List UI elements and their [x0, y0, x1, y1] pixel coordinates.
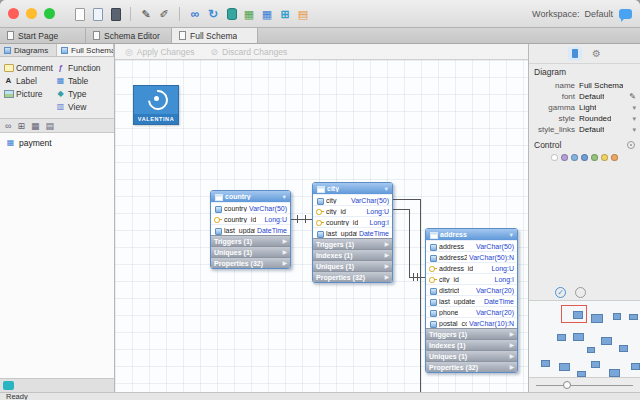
- er-section-row[interactable]: Triggers (1)▶: [426, 328, 517, 339]
- tool-comment[interactable]: Comment: [2, 61, 54, 74]
- save-icon[interactable]: [107, 6, 123, 22]
- relations-icon[interactable]: ∞: [5, 119, 11, 133]
- tool-picture[interactable]: Picture: [2, 87, 54, 100]
- er-table-header[interactable]: address▼: [426, 229, 517, 240]
- er-table-header[interactable]: city▼: [313, 183, 392, 194]
- er-table-country[interactable]: country▼countryVarChar(50)country_idLong…: [210, 190, 291, 269]
- dropdown-arrow-icon[interactable]: ▾: [632, 115, 636, 123]
- color-dot[interactable]: [591, 154, 598, 161]
- relation-country-city[interactable]: [291, 219, 312, 220]
- dropdown-arrow-icon[interactable]: ▾: [632, 104, 636, 112]
- tool-function[interactable]: Function: [54, 61, 112, 74]
- tool-view[interactable]: View: [54, 100, 112, 113]
- relation-city-offscreen[interactable]: [420, 199, 421, 392]
- create-table-icon[interactable]: [241, 6, 257, 22]
- er-field-row[interactable]: phoneVarChar(20): [426, 306, 517, 317]
- collapse-icon[interactable]: ▼: [282, 194, 287, 200]
- tool-type[interactable]: Type: [54, 87, 112, 100]
- property-value[interactable]: Rounded: [579, 114, 611, 123]
- new-diagram-icon[interactable]: [71, 6, 87, 22]
- er-section-row[interactable]: Properties (32)▶: [426, 361, 517, 372]
- er-section-row[interactable]: Properties (32)▶: [313, 271, 392, 282]
- circle-icon[interactable]: [575, 287, 586, 298]
- er-field-row[interactable]: cityVarChar(50): [313, 194, 392, 205]
- zoom-slider[interactable]: [536, 385, 633, 386]
- er-field-row[interactable]: postal_codeVarChar(10):N: [426, 317, 517, 328]
- er-section-row[interactable]: Indexes (1)▶: [313, 249, 392, 260]
- er-section-row[interactable]: Triggers (1)▶: [313, 238, 392, 249]
- discard-changes-button[interactable]: ⊘Discard Changes: [211, 47, 288, 57]
- target-icon[interactable]: [627, 141, 635, 149]
- er-field-row[interactable]: countryVarChar(50): [211, 202, 290, 213]
- er-field-row[interactable]: addressVarChar(50): [426, 240, 517, 251]
- open-icon[interactable]: [89, 6, 105, 22]
- er-field-row[interactable]: address2VarChar(50):N: [426, 251, 517, 262]
- er-table-address[interactable]: address▼addressVarChar(50)address2VarCha…: [425, 228, 518, 373]
- er-section-row[interactable]: Triggers (1)▶: [211, 235, 290, 246]
- property-value[interactable]: Light: [579, 103, 596, 112]
- color-dot[interactable]: [611, 154, 618, 161]
- er-field-row[interactable]: country_idLong:I: [313, 216, 392, 227]
- list-item-payment[interactable]: payment: [0, 136, 114, 149]
- er-field-row[interactable]: address_idLong:U: [426, 262, 517, 273]
- er-section-row[interactable]: Uniques (1)▶: [313, 260, 392, 271]
- property-value[interactable]: Default: [579, 125, 604, 134]
- er-section-row[interactable]: Uniques (1)▶: [211, 246, 290, 257]
- relation-city-address[interactable]: [409, 209, 410, 278]
- minimize-window-button[interactable]: [26, 8, 37, 19]
- er-section-row[interactable]: Properties (32)▶: [211, 257, 290, 268]
- diagram-canvas[interactable]: VALENTINA country▼countryVarChar(50)coun…: [115, 60, 528, 392]
- report-icon[interactable]: [295, 6, 311, 22]
- dropdown-arrow-icon[interactable]: ▾: [632, 126, 636, 134]
- edit-pencil-icon[interactable]: ✎: [629, 92, 636, 101]
- collapse-icon[interactable]: ▼: [509, 232, 514, 238]
- eyedropper-icon[interactable]: [156, 6, 172, 22]
- er-field-row[interactable]: city_idLong:I: [426, 273, 517, 284]
- schema-grid-icon[interactable]: [259, 6, 275, 22]
- er-field-row[interactable]: districtVarChar(20): [426, 284, 517, 295]
- er-section-row[interactable]: Uniques (1)▶: [426, 350, 517, 361]
- tool-table[interactable]: Table: [54, 74, 112, 87]
- sidebar-tab-full-schema[interactable]: Full Schema: [57, 44, 114, 56]
- er-field-row[interactable]: city_idLong:U: [313, 205, 392, 216]
- color-dot[interactable]: [601, 154, 608, 161]
- er-field-row[interactable]: last_updateDateTime: [426, 295, 517, 306]
- feedback-chat-icon[interactable]: [619, 9, 632, 19]
- objects-grid-icon[interactable]: ⊞: [17, 119, 25, 133]
- zoom-slider-thumb[interactable]: [563, 381, 571, 389]
- tab-full-schema[interactable]: Full Schema: [172, 28, 258, 43]
- relation-city-address[interactable]: [393, 209, 410, 210]
- property-value[interactable]: Full Schema: [579, 81, 623, 90]
- apply-changes-button[interactable]: ◎Apply Changes: [125, 47, 195, 57]
- collapse-icon[interactable]: ▼: [384, 186, 389, 192]
- database-icon[interactable]: [223, 6, 239, 22]
- er-table-header[interactable]: country▼: [211, 191, 290, 202]
- er-field-row[interactable]: last_updateDateTime: [211, 224, 290, 235]
- diagram-properties-icon[interactable]: [568, 47, 582, 61]
- link-icon[interactable]: [187, 6, 203, 22]
- console-toggle-icon[interactable]: [3, 381, 14, 390]
- er-field-row[interactable]: country_idLong:U: [211, 213, 290, 224]
- diagram-view-icon[interactable]: [277, 6, 293, 22]
- tab-schema-editor[interactable]: Schema Editor: [86, 28, 172, 43]
- er-field-row[interactable]: last_updateDateTime: [313, 227, 392, 238]
- minimap[interactable]: [529, 300, 640, 378]
- zoom-window-button[interactable]: [44, 8, 55, 19]
- gear-icon[interactable]: ⚙: [592, 48, 601, 59]
- relation-city-offscreen[interactable]: [393, 199, 420, 200]
- color-dot[interactable]: [571, 154, 578, 161]
- tab-start-page[interactable]: Start Page: [0, 28, 86, 43]
- refresh-icon[interactable]: [205, 6, 221, 22]
- color-dot[interactable]: [581, 154, 588, 161]
- color-dot[interactable]: [551, 154, 558, 161]
- notes-icon[interactable]: ▤: [45, 119, 54, 133]
- property-value[interactable]: Default: [579, 92, 604, 101]
- er-table-city[interactable]: city▼cityVarChar(50)city_idLong:Ucountry…: [312, 182, 393, 283]
- tool-label[interactable]: Label: [2, 74, 54, 87]
- close-window-button[interactable]: [8, 8, 19, 19]
- sidebar-tab-diagrams[interactable]: Diagrams: [0, 44, 57, 56]
- check-circle-icon[interactable]: ✓: [555, 287, 566, 298]
- tables-list-icon[interactable]: ▦: [31, 119, 40, 133]
- pen-icon[interactable]: [138, 6, 154, 22]
- er-section-row[interactable]: Indexes (1)▶: [426, 339, 517, 350]
